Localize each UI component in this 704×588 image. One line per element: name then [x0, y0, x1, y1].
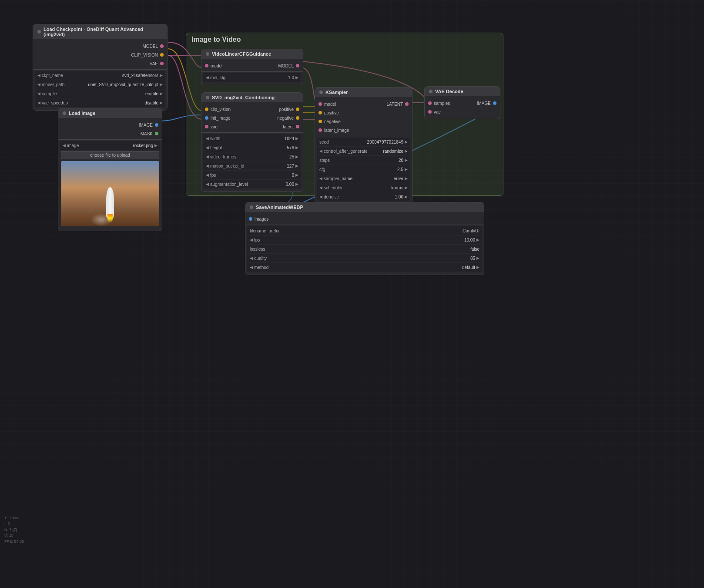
field-width: ◀ width 1024 ▶: [203, 134, 301, 143]
status-t: T: 0.00s: [4, 515, 24, 521]
field-filename-prefix: filename_prefix ComfyUI: [247, 226, 482, 235]
field-seed: seed 290047977021849 ▶: [317, 138, 410, 146]
vae-decode-node: VAE Decode samples IMAGE vae: [424, 86, 500, 119]
field-control-after-generate: ◀ control_after_generate randomize ▶: [317, 147, 410, 155]
field-compile: ◀ compile enable ▶: [35, 89, 165, 98]
dot-model-in: [205, 64, 208, 67]
ksampler-node: KSampler model LATENT positive negative …: [315, 87, 412, 205]
field-quality: ◀ quality 85 ▶: [247, 254, 482, 262]
ksampler-body: model LATENT positive negative latent_im…: [315, 97, 412, 204]
port-image-out: IMAGE: [58, 121, 162, 129]
field-denoise: ◀ denoise 1.00 ▶: [317, 192, 410, 201]
dot-samples-in: [428, 101, 432, 105]
dot-ksampler-negative-in: [318, 120, 322, 123]
port-vae-in2: vae: [425, 108, 500, 116]
dot-latent-out: [296, 125, 299, 128]
port-ksampler-positive-in: positive: [315, 108, 412, 117]
status-v: V: 15: [4, 533, 24, 539]
field-steps: steps 20 ▶: [317, 156, 410, 165]
dot-model-out2: [296, 64, 299, 67]
load-checkpoint-body: MODEL CLIP_VISION VAE ◀ ckpt_name svd_xt…: [33, 39, 167, 110]
vae-decode-dot: [429, 90, 432, 93]
port-mask-out: MASK: [58, 129, 162, 138]
dot-vae-in2: [428, 110, 432, 114]
choose-file-button[interactable]: choose file to upload: [61, 151, 159, 159]
dot-ksampler-latent-in: [318, 128, 322, 132]
field-image-name: ◀ image rocket.png ▶: [60, 141, 160, 150]
field-augmentation-level: ◀ augmentation_level 0.00 ▶: [203, 180, 301, 188]
field-min-cfg: ◀ min_cfg 1.0 ▶: [203, 73, 301, 82]
video-linear-cfg-node: VideoLinearCFGGuidance model MODEL ◀ min…: [201, 49, 303, 85]
load-checkpoint-dot: [37, 30, 41, 34]
load-checkpoint-node: Load Checkpoint - OneDiff Quant Advanced…: [33, 24, 168, 111]
field-ckpt-name: ◀ ckpt_name svd_xt.safetensors ▶: [35, 71, 165, 80]
dot-init-image-in: [205, 116, 208, 120]
svd-conditioning-dot: [206, 96, 209, 99]
port-ksampler-negative-in: negative: [315, 117, 412, 126]
image-preview: [61, 161, 159, 226]
dot-mask-out: [155, 132, 158, 135]
field-cfg: cfg 2.5 ▶: [317, 165, 410, 174]
svd-conditioning-body: clip_vision positive init_image negative…: [201, 102, 303, 192]
dot-image-out: [155, 123, 158, 127]
port-init-image-in: init_image negative: [201, 114, 303, 122]
ksampler-title: KSampler: [315, 87, 412, 97]
load-image-node: Load Image IMAGE MASK ◀ image rocket.png…: [58, 108, 162, 231]
field-save-fps: ◀ fps 10.00 ▶: [247, 235, 482, 244]
svd-conditioning-node: SVD_img2vid_Conditioning clip_vision pos…: [201, 92, 303, 192]
save-animated-webp-node: SaveAnimatedWEBP images filename_prefix …: [245, 202, 484, 275]
load-image-dot: [63, 111, 66, 115]
field-fps: ◀ fps 6 ▶: [203, 171, 301, 179]
dot-ksampler-model-in: [318, 102, 322, 106]
dot-latent-out2: [405, 102, 409, 106]
save-animated-webp-dot: [250, 205, 253, 209]
port-model-out: MODEL: [33, 42, 167, 50]
dot-model-out: [160, 44, 164, 48]
port-images-in: images: [245, 215, 484, 223]
port-samples-in: samples IMAGE: [425, 99, 500, 108]
dot-image-out2: [493, 101, 496, 105]
status-fps: FPS: 54.35: [4, 539, 24, 545]
port-model-in: model MODEL: [201, 61, 303, 70]
field-model-path: ◀ model_path unet_SVD_img2vid_quantize_i…: [35, 80, 165, 89]
group-node-title: Image to Video: [186, 33, 503, 46]
load-checkpoint-title: Load Checkpoint - OneDiff Quant Advanced…: [33, 24, 167, 39]
load-image-title: Load Image: [58, 108, 162, 118]
port-vae-in: vae latent: [201, 122, 303, 131]
status-i: I: 0: [4, 521, 24, 527]
save-animated-webp-title: SaveAnimatedWEBP: [245, 202, 484, 212]
field-video-frames: ◀ video_frames 25 ▶: [203, 152, 301, 161]
port-clip-vision-in: clip_vision positive: [201, 105, 303, 114]
port-vae-out: VAE: [33, 59, 167, 68]
field-motion-bucket-id: ◀ motion_bucket_id 127 ▶: [203, 161, 301, 170]
dot-clip-vision-out: [160, 53, 164, 57]
field-method: ◀ method default ▶: [247, 263, 482, 272]
dot-vae-in: [205, 125, 208, 128]
dot-clip-vision-in: [205, 108, 208, 111]
save-animated-webp-body: images filename_prefix ComfyUI ◀ fps 10.…: [245, 212, 484, 275]
dot-ksampler-positive-in: [318, 111, 322, 114]
port-ksampler-latent-in: latent_image: [315, 126, 412, 134]
status-n: N: 7 [7]: [4, 527, 24, 533]
ksampler-dot: [319, 91, 323, 94]
dot-images-in: [249, 217, 252, 221]
svd-conditioning-title: SVD_img2vid_Conditioning: [201, 93, 303, 102]
dot-vae-out: [160, 62, 164, 65]
field-height: ◀ height 576 ▶: [203, 143, 301, 152]
dot-negative-out: [296, 116, 299, 120]
status-bar: T: 0.00s I: 0 N: 7 [7] V: 15 FPS: 54.35: [4, 515, 24, 545]
load-image-body: IMAGE MASK ◀ image rocket.png ▶ choose f…: [58, 118, 162, 231]
port-clip-vision-out: CLIP_VISION: [33, 50, 167, 59]
dot-positive-out: [296, 108, 299, 111]
field-vae-speedup: ◀ vae_speedup disable ▶: [35, 98, 165, 107]
field-sampler-name: ◀ sampler_name euler ▶: [317, 174, 410, 183]
video-linear-cfg-body: model MODEL ◀ min_cfg 1.0 ▶: [201, 59, 303, 85]
field-scheduler: ◀ scheduler karras ▶: [317, 183, 410, 192]
vae-decode-title: VAE Decode: [425, 87, 500, 96]
video-linear-cfg-dot: [206, 52, 209, 56]
vae-decode-body: samples IMAGE vae: [425, 96, 500, 119]
port-ksampler-model-in: model LATENT: [315, 100, 412, 108]
field-lossless: lossless false: [247, 245, 482, 253]
video-linear-cfg-title: VideoLinearCFGGuidance: [201, 49, 303, 59]
